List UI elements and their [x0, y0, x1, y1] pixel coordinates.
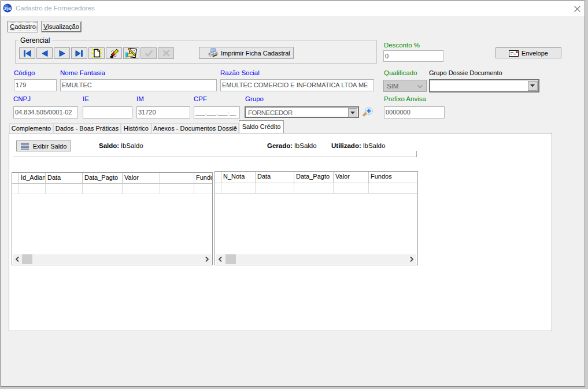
svg-text:Sys: Sys [4, 6, 12, 11]
